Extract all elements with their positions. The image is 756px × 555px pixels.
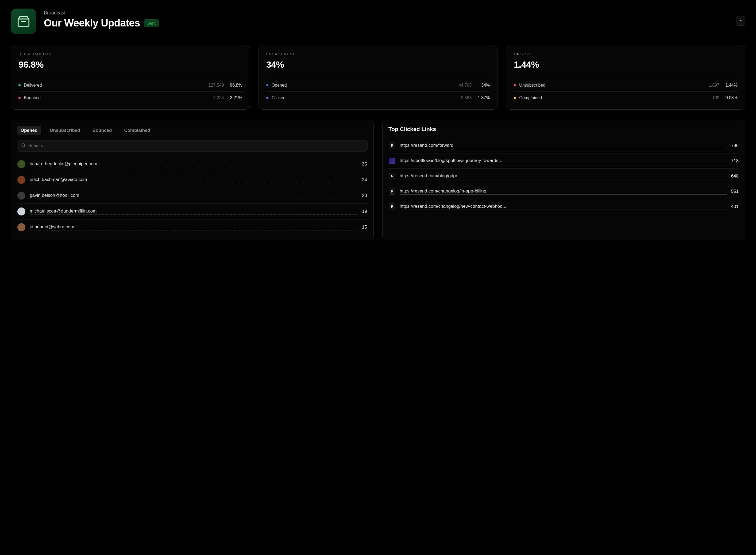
svg-line-4: [24, 146, 25, 147]
email-address: jo.bennet@sabre.com: [30, 224, 358, 230]
top-links-panel: Top Clicked Links Rhttps://resend.com/fo…: [382, 120, 745, 240]
metric-title: OPT-OUT: [514, 52, 738, 56]
email-open-count: 15: [362, 224, 367, 230]
email-open-count: 20: [362, 193, 367, 198]
email-address: michael.scott@dundermifflin.com: [30, 209, 358, 215]
metric-value: 34%: [266, 59, 490, 70]
link-click-count: 551: [731, 189, 739, 194]
metric-card: OPT-OUT1.44%Unsubscribed1,8971.44%Compla…: [506, 45, 745, 110]
avatar: [17, 208, 26, 215]
svg-point-1: [740, 20, 741, 21]
search-input[interactable]: [28, 143, 364, 148]
ellipsis-icon: [738, 18, 743, 24]
email-list-row[interactable]: michael.scott@dundermifflin.com19: [17, 204, 367, 219]
stat-label: Unsubscribed: [519, 83, 709, 88]
avatar: [17, 160, 26, 168]
email-address: gavin.belson@hooli.com: [30, 193, 358, 199]
link-list: Rhttps://resend.com/forward796https://sp…: [389, 138, 739, 214]
stat-row[interactable]: Unsubscribed1,8971.44%: [514, 79, 738, 91]
link-row[interactable]: Rhttps://resend.com/forward796: [389, 138, 739, 153]
link-url: https://resend.com/blog/gdpr: [400, 173, 727, 179]
link-url: https://resend.com/forward: [400, 143, 727, 149]
stat-row[interactable]: Clicked2,4631.87%: [266, 91, 490, 104]
email-list-row[interactable]: gavin.belson@hooli.com20: [17, 188, 367, 204]
svg-point-3: [21, 143, 25, 146]
stat-label: Complained: [519, 95, 712, 100]
email-open-count: 24: [362, 177, 367, 183]
stat-label: Bounced: [24, 95, 213, 100]
metric-title: ENGAGEMENT: [266, 52, 490, 56]
stat-count: 109: [712, 95, 719, 100]
tab-complained[interactable]: Complained: [120, 126, 154, 135]
search-box[interactable]: [17, 140, 367, 152]
status-dot-icon: [514, 97, 516, 99]
email-address: erlich.bachman@aviato.com: [30, 177, 358, 183]
link-row[interactable]: Rhttps://resend.com/blog/gdpr648: [389, 168, 739, 184]
avatar: [17, 223, 26, 231]
stat-row[interactable]: Complained1090.08%: [514, 91, 738, 104]
stat-count: 44,795: [458, 83, 472, 88]
stat-row[interactable]: Opened44,79534%: [266, 79, 490, 91]
email-list-row[interactable]: richard.hendricks@piedpiper.com35: [17, 157, 367, 172]
tab-opened[interactable]: Opened: [17, 126, 41, 135]
metric-value: 1.44%: [514, 59, 738, 70]
stat-label: Clicked: [272, 95, 461, 100]
tab-bounced[interactable]: Bounced: [89, 126, 116, 135]
stat-percent: 3.21%: [227, 95, 242, 100]
link-row[interactable]: Rhttps://resend.com/changelog/new-contac…: [389, 199, 739, 214]
favicon-icon: R: [389, 204, 395, 210]
metrics-row: DELIVERABILITY96.8%Delivered127,54996.8%…: [11, 45, 745, 110]
stat-percent: 96.8%: [227, 83, 242, 88]
stat-percent: 0.08%: [723, 95, 738, 100]
stat-label: Opened: [272, 83, 459, 88]
svg-point-2: [742, 20, 742, 21]
email-address: richard.hendricks@piedpiper.com: [30, 161, 358, 167]
link-click-count: 401: [731, 204, 739, 209]
favicon-icon: R: [389, 142, 395, 149]
panel-title: Top Clicked Links: [389, 126, 739, 132]
email-list-row[interactable]: jo.bennet@sabre.com15: [17, 219, 367, 235]
stat-percent: 1.87%: [475, 95, 490, 100]
stat-label: Delivered: [24, 83, 209, 88]
link-url: https://spotflow.io/blog/spotflows-journ…: [400, 158, 727, 164]
metric-card: ENGAGEMENT34%Opened44,79534%Clicked2,463…: [259, 45, 498, 110]
email-list: richard.hendricks@piedpiper.com35erlich.…: [17, 157, 367, 235]
tab-unsubscribed[interactable]: Unsubscribed: [46, 126, 84, 135]
status-dot-icon: [514, 84, 516, 86]
link-click-count: 648: [731, 173, 739, 179]
stat-count: 1,897: [709, 83, 719, 88]
page-title: Our Weekly Updates: [44, 17, 140, 29]
link-url: https://resend.com/changelog/in-app-bill…: [400, 188, 727, 195]
stat-row[interactable]: Bounced4,2243.21%: [18, 91, 242, 104]
email-list-row[interactable]: erlich.bachman@aviato.com24: [17, 172, 367, 188]
stat-count: 2,463: [461, 95, 472, 100]
favicon-icon: [389, 158, 395, 164]
status-dot-icon: [266, 97, 268, 99]
broadcast-app-icon: [11, 8, 36, 34]
link-row[interactable]: https://spotflow.io/blog/spotflows-journ…: [389, 153, 739, 168]
metric-card: DELIVERABILITY96.8%Delivered127,54996.8%…: [11, 45, 250, 110]
favicon-icon: R: [389, 173, 395, 179]
link-url: https://resend.com/changelog/new-contact…: [400, 204, 727, 210]
status-dot-icon: [18, 97, 20, 99]
more-actions-button[interactable]: [736, 16, 745, 26]
email-open-count: 35: [362, 162, 367, 167]
stat-row[interactable]: Delivered127,54996.8%: [18, 79, 242, 91]
metric-title: DELIVERABILITY: [18, 52, 242, 56]
page-header: Broadcast Our Weekly Updates Sent: [11, 8, 745, 34]
favicon-icon: R: [389, 188, 395, 195]
link-click-count: 718: [731, 158, 739, 164]
breadcrumb[interactable]: Broadcast: [44, 10, 159, 16]
search-icon: [21, 143, 26, 148]
status-dot-icon: [266, 84, 268, 86]
link-row[interactable]: Rhttps://resend.com/changelog/in-app-bil…: [389, 184, 739, 199]
stat-count: 127,549: [209, 83, 224, 88]
avatar: [17, 192, 26, 200]
email-open-count: 19: [362, 209, 367, 214]
stat-percent: 1.44%: [723, 83, 738, 88]
status-badge: Sent: [144, 19, 159, 27]
svg-point-0: [739, 20, 740, 21]
stat-percent: 34%: [475, 83, 490, 88]
status-dot-icon: [18, 84, 20, 86]
stat-count: 4,224: [213, 95, 224, 100]
